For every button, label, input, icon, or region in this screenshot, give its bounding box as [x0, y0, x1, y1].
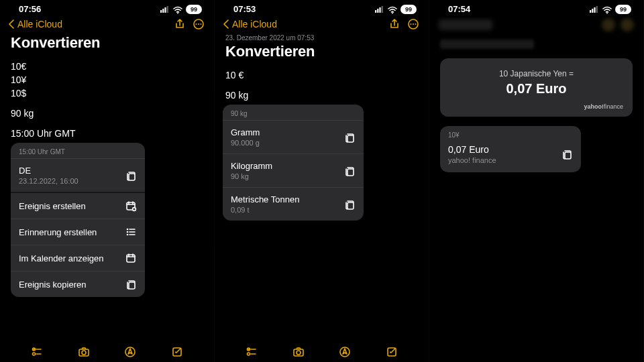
note-line[interactable]: 10€: [11, 61, 203, 72]
popup-primary: Erinnerung erstellen: [19, 227, 97, 237]
status-bar: 07:54 99: [429, 0, 643, 15]
battery-level: 99: [186, 5, 202, 14]
popup-secondary: 23.12.2022, 16:00: [19, 177, 78, 185]
marker-icon[interactable]: [338, 346, 352, 358]
status-indicators: 99: [590, 5, 631, 14]
note-line[interactable]: 10¥: [11, 74, 203, 85]
checklist-icon[interactable]: [245, 346, 258, 358]
blurred-nav: [429, 15, 643, 33]
wifi-icon: [602, 5, 612, 14]
note-timestamp: 23. Dezember 2022 um 07:53: [225, 34, 418, 42]
chevron-left-icon: [221, 18, 231, 30]
note-line[interactable]: 10 €: [225, 70, 418, 80]
note-line[interactable]: 10$: [11, 88, 203, 99]
popup-row-gram[interactable]: Gramm 90.000 g: [223, 120, 364, 154]
popup-primary: DE: [19, 166, 78, 176]
mini-header: 10¥: [440, 126, 581, 141]
signal-icon: [375, 5, 384, 14]
attribution: yahoo!finance: [449, 103, 623, 110]
conversion-from: 10 Japanische Yen =: [449, 69, 623, 78]
status-bar: 07:56 99: [0, 0, 214, 15]
copy-icon: [343, 198, 356, 210]
phone-panel-2: 07:53 99 Alle iCloud 23. Dezember 2022 u…: [215, 0, 429, 362]
conversion-mini-card[interactable]: 10¥ 0,07 Euro yahoo! finance: [440, 126, 581, 172]
mini-secondary: yahoo! finance: [448, 156, 496, 164]
note-line[interactable]: 90 kg: [225, 90, 418, 101]
calendar-icon: [125, 252, 137, 264]
more-icon[interactable]: [407, 18, 419, 30]
toolbar: [215, 339, 429, 362]
popup-row-create-reminder[interactable]: Erinnerung erstellen: [11, 219, 145, 245]
share-icon[interactable]: [388, 18, 400, 30]
note-line[interactable]: 90 kg: [11, 108, 203, 119]
popup-row-locale[interactable]: DE 23.12.2022, 16:00: [11, 158, 145, 192]
popup-primary: Kilogramm: [231, 161, 272, 171]
chevron-left-icon: [7, 18, 16, 30]
nav-bar: Alle iCloud: [0, 15, 214, 32]
list-icon: [125, 226, 137, 238]
back-label: Alle iCloud: [232, 19, 277, 29]
copy-icon: [125, 278, 137, 290]
popup-header: 90 kg: [223, 105, 364, 120]
phone-panel-1: 07:56 99 Alle iCloud Konvertieren 10€ 10…: [0, 0, 215, 362]
popup-row-create-event[interactable]: Ereignis erstellen: [11, 192, 145, 219]
popup-primary: Ereignis erstellen: [19, 201, 86, 211]
status-bar: 07:53 99: [215, 0, 429, 15]
popup-row-show-calendar[interactable]: Im Kalender anzeigen: [11, 245, 145, 271]
back-label: Alle iCloud: [17, 19, 62, 29]
status-time: 07:54: [448, 4, 470, 14]
battery-level: 99: [615, 5, 631, 14]
popup-row-copy-event[interactable]: Ereignis kopieren: [11, 271, 145, 297]
compose-icon[interactable]: [170, 346, 184, 358]
note-title[interactable]: Konvertieren: [225, 43, 418, 60]
popup-secondary: 90 kg: [231, 172, 272, 180]
blurred-heading: [440, 40, 534, 49]
mini-primary: 0,07 Euro: [448, 144, 496, 155]
toolbar: [0, 339, 214, 362]
copy-icon: [343, 165, 356, 177]
popup-row-ton[interactable]: Metrische Tonnen 0,09 t: [223, 187, 364, 221]
popup-primary: Im Kalender anzeigen: [19, 253, 103, 263]
compose-icon[interactable]: [385, 346, 398, 358]
camera-icon[interactable]: [77, 346, 91, 358]
note-title[interactable]: Konvertieren: [11, 34, 203, 52]
signal-icon: [590, 5, 599, 14]
copy-icon: [561, 148, 573, 160]
context-popup: 15:00 Uhr GMT DE 23.12.2022, 16:00 Ereig…: [11, 143, 145, 297]
context-popup: 90 kg Gramm 90.000 g Kilogramm 90 kg Met…: [223, 105, 364, 221]
wifi-icon: [172, 5, 183, 14]
popup-secondary: 90.000 g: [231, 139, 260, 147]
copy-icon: [125, 170, 137, 182]
more-icon[interactable]: [193, 18, 205, 30]
marker-icon[interactable]: [123, 346, 137, 358]
wifi-icon: [387, 5, 398, 14]
note-line[interactable]: 15:00 Uhr GMT: [11, 128, 203, 139]
popup-secondary: 0,09 t: [231, 206, 299, 214]
checklist-icon[interactable]: [30, 346, 44, 358]
popup-header: 15:00 Uhr GMT: [11, 143, 145, 158]
status-time: 07:53: [233, 4, 256, 14]
popup-primary: Metrische Tonnen: [231, 194, 299, 204]
phone-panel-3: 07:54 99 10 Japanische Yen = 0,07 Euro y…: [429, 0, 644, 362]
camera-icon[interactable]: [292, 346, 305, 358]
back-button[interactable]: Alle iCloud: [221, 18, 277, 30]
status-indicators: 99: [160, 5, 202, 14]
copy-icon: [343, 131, 356, 143]
back-button[interactable]: Alle iCloud: [7, 18, 62, 30]
share-icon[interactable]: [174, 18, 186, 30]
signal-icon: [160, 5, 170, 14]
status-indicators: 99: [375, 5, 417, 14]
calendar-add-icon: [125, 200, 137, 212]
popup-primary: Ereignis kopieren: [19, 280, 86, 290]
conversion-result: 0,07 Euro: [449, 81, 623, 97]
nav-bar: Alle iCloud: [215, 15, 429, 32]
conversion-card[interactable]: 10 Japanische Yen = 0,07 Euro yahoo!fina…: [440, 58, 633, 117]
popup-row-kilogram[interactable]: Kilogramm 90 kg: [223, 154, 364, 187]
battery-level: 99: [400, 5, 417, 14]
status-time: 07:56: [19, 4, 41, 14]
popup-primary: Gramm: [231, 127, 260, 137]
